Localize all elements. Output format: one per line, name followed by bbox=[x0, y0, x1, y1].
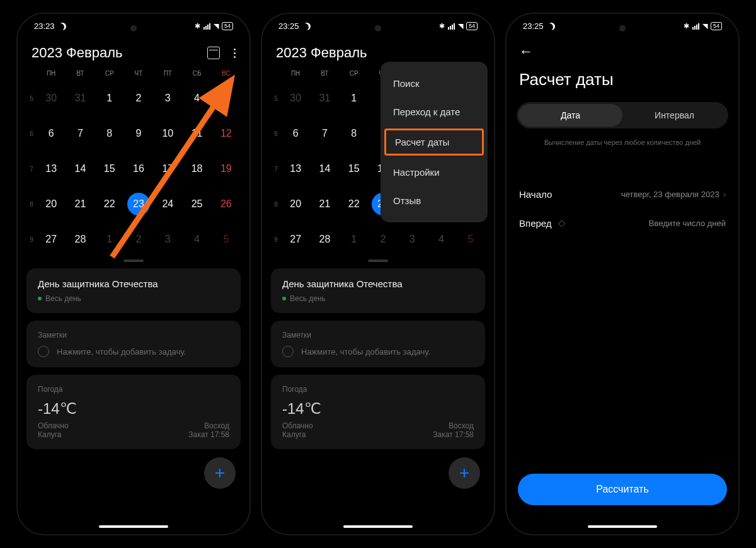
weather-city: Калуга bbox=[282, 430, 306, 439]
day-cell[interactable]: 8 bbox=[340, 116, 369, 151]
tab-interval[interactable]: Интервал bbox=[622, 104, 726, 127]
day-cell[interactable]: 14 bbox=[66, 151, 94, 186]
day-cell[interactable]: 5 bbox=[212, 81, 241, 116]
day-cell[interactable]: 22 bbox=[340, 186, 369, 222]
day-cell[interactable]: 21 bbox=[66, 186, 94, 222]
wifi-icon: ◥ bbox=[458, 22, 463, 30]
day-cell[interactable]: 18 bbox=[182, 151, 211, 186]
day-cell[interactable]: 26 bbox=[212, 186, 241, 222]
week-number: 8 bbox=[26, 186, 37, 222]
add-fab[interactable]: + bbox=[204, 457, 236, 489]
month-title[interactable]: 2023 Февраль bbox=[32, 45, 123, 61]
bluetooth-icon: ✱ bbox=[439, 22, 445, 30]
weather-card[interactable]: Погода -14℃ ОблачноВосход КалугаЗакат 17… bbox=[271, 375, 485, 449]
day-cell[interactable]: 2 bbox=[124, 222, 153, 257]
menu-feedback[interactable]: Отзыв bbox=[381, 186, 488, 215]
phone-screen-1: 23:23 ✱ ◥ 54 2023 Февраль ПНВТСРЧТПТСБВС… bbox=[16, 13, 251, 535]
day-cell[interactable]: 14 bbox=[310, 151, 339, 186]
day-cell[interactable]: 6 bbox=[37, 116, 66, 151]
day-cell[interactable]: 16 bbox=[124, 151, 153, 186]
day-cell[interactable]: 15 bbox=[95, 151, 124, 186]
days-input[interactable]: Введите число дней bbox=[649, 219, 726, 228]
week-number: 6 bbox=[26, 116, 37, 151]
calculate-button[interactable]: Рассчитать bbox=[518, 474, 727, 505]
event-all-day: Весь день bbox=[45, 294, 81, 303]
sunrise-label: Восход bbox=[204, 421, 229, 430]
dnd-moon-icon bbox=[303, 23, 311, 30]
day-cell[interactable]: 2 bbox=[369, 222, 398, 257]
day-cell[interactable]: 10 bbox=[153, 116, 182, 151]
day-cell[interactable]: 20 bbox=[37, 186, 66, 222]
month-title[interactable]: 2023 Февраль bbox=[276, 45, 367, 61]
day-cell[interactable]: 2 bbox=[124, 81, 153, 116]
hint-text: Вычисление даты через любое количество д… bbox=[515, 139, 730, 146]
day-cell[interactable]: 5 bbox=[456, 222, 485, 257]
day-cell[interactable]: 23 bbox=[124, 186, 153, 222]
day-cell[interactable]: 25 bbox=[182, 186, 211, 222]
notes-card[interactable]: Заметки Нажмите, чтобы добавить задачу. bbox=[26, 321, 241, 367]
day-cell[interactable]: 11 bbox=[182, 116, 211, 151]
menu-settings[interactable]: Настройки bbox=[381, 158, 488, 186]
day-cell[interactable]: 8 bbox=[95, 116, 124, 151]
add-fab[interactable]: + bbox=[449, 457, 480, 489]
event-card[interactable]: День защитника Отечества Весь день bbox=[271, 268, 485, 313]
day-cell[interactable]: 15 bbox=[340, 151, 369, 186]
day-cell[interactable]: 6 bbox=[281, 116, 310, 151]
day-cell[interactable]: 27 bbox=[281, 222, 310, 257]
menu-goto-date[interactable]: Переход к дате bbox=[381, 98, 488, 126]
weather-card[interactable]: Погода -14℃ ОблачноВосход КалугаЗакат 17… bbox=[26, 375, 241, 449]
weather-title: Погода bbox=[282, 385, 474, 394]
day-cell[interactable]: 7 bbox=[310, 116, 339, 151]
day-cell[interactable]: 31 bbox=[66, 81, 94, 116]
event-card[interactable]: День защитника Отечества Весь день bbox=[26, 268, 241, 313]
day-cell[interactable]: 1 bbox=[340, 81, 369, 116]
day-cell[interactable]: 19 bbox=[212, 151, 241, 186]
day-cell[interactable]: 28 bbox=[66, 222, 94, 257]
more-menu-icon[interactable] bbox=[234, 49, 236, 58]
day-cell[interactable]: 1 bbox=[95, 81, 124, 116]
week-number: 7 bbox=[271, 151, 281, 186]
day-cell[interactable]: 27 bbox=[37, 222, 66, 257]
notes-card[interactable]: Заметки Нажмите, чтобы добавить задачу. bbox=[271, 321, 485, 367]
day-cell[interactable]: 9 bbox=[124, 116, 153, 151]
drag-handle-icon[interactable] bbox=[368, 260, 388, 262]
calendar-grid[interactable]: 5303112345667891011127131415161718198202… bbox=[26, 81, 241, 257]
task-checkbox-icon[interactable] bbox=[38, 346, 49, 357]
day-cell[interactable]: 13 bbox=[281, 151, 310, 186]
day-cell[interactable]: 3 bbox=[153, 81, 182, 116]
day-cell[interactable]: 31 bbox=[310, 81, 339, 116]
drag-handle-icon[interactable] bbox=[123, 260, 144, 262]
day-cell[interactable]: 12 bbox=[212, 116, 241, 151]
day-cell[interactable]: 4 bbox=[182, 81, 211, 116]
day-cell[interactable]: 20 bbox=[281, 186, 310, 222]
tab-date[interactable]: Дата bbox=[518, 104, 622, 127]
day-cell[interactable]: 28 bbox=[310, 222, 339, 257]
menu-search[interactable]: Поиск bbox=[381, 69, 488, 98]
day-cell[interactable]: 3 bbox=[398, 222, 427, 257]
day-cell[interactable]: 30 bbox=[281, 81, 310, 116]
back-arrow-icon[interactable]: ← bbox=[515, 38, 730, 65]
task-checkbox-icon[interactable] bbox=[282, 346, 294, 357]
week-number: 9 bbox=[271, 222, 281, 257]
day-cell[interactable]: 21 bbox=[310, 186, 339, 222]
day-cell[interactable]: 1 bbox=[340, 222, 369, 257]
day-cell[interactable]: 5 bbox=[212, 222, 241, 257]
day-cell[interactable]: 24 bbox=[153, 186, 182, 222]
day-cell[interactable]: 30 bbox=[37, 81, 66, 116]
day-cell[interactable]: 4 bbox=[182, 222, 211, 257]
day-cell[interactable]: 17 bbox=[153, 151, 182, 186]
day-cell[interactable]: 22 bbox=[95, 186, 124, 222]
home-indicator[interactable] bbox=[99, 525, 168, 528]
home-indicator[interactable] bbox=[588, 525, 657, 528]
day-cell[interactable]: 4 bbox=[427, 222, 455, 257]
day-cell[interactable]: 13 bbox=[37, 151, 66, 186]
direction-row[interactable]: Вперед◇ Введите число дней bbox=[515, 208, 730, 237]
start-date-row[interactable]: Начало четверг, 23 февраля 2023› bbox=[515, 180, 730, 208]
day-cell[interactable]: 3 bbox=[153, 222, 182, 257]
day-cell[interactable]: 7 bbox=[66, 116, 94, 151]
day-cell[interactable]: 1 bbox=[95, 222, 124, 257]
menu-date-calc[interactable]: Расчет даты bbox=[384, 128, 484, 156]
today-icon[interactable] bbox=[207, 47, 220, 59]
signal-icon bbox=[692, 23, 699, 30]
home-indicator[interactable] bbox=[343, 525, 413, 528]
